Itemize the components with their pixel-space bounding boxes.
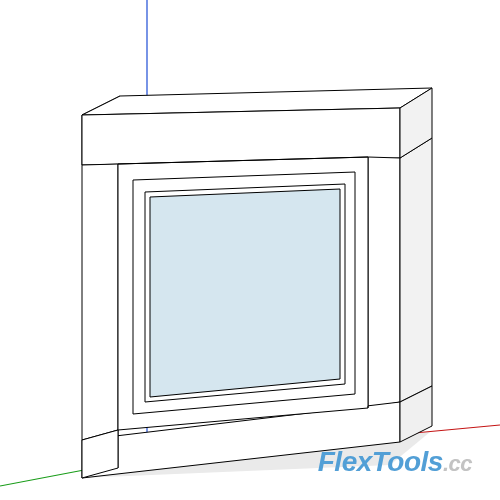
frame-right-side xyxy=(400,138,432,402)
frame-top-front xyxy=(82,108,400,165)
frame-left-front xyxy=(82,164,118,440)
viewport-3d[interactable] xyxy=(0,0,500,500)
frame-right-front xyxy=(368,157,400,408)
glass-pane xyxy=(150,189,340,397)
